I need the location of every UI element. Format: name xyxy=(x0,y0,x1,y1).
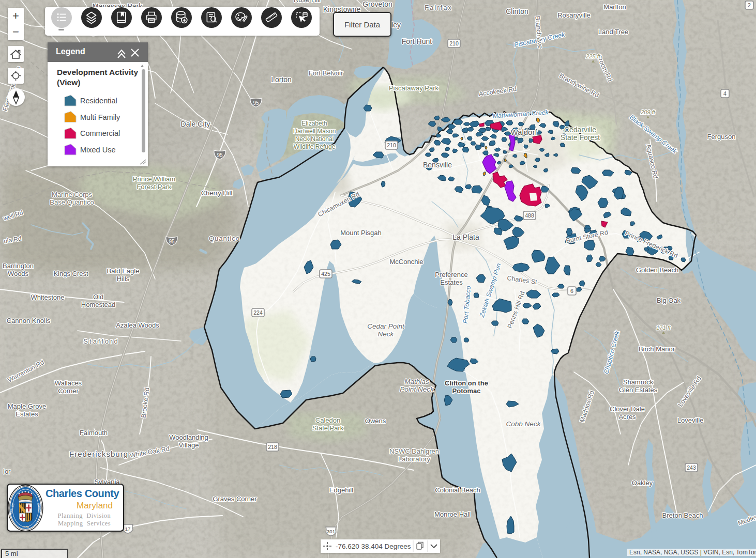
svg-text:Shamrock: Shamrock xyxy=(623,378,654,386)
svg-text:ley: ley xyxy=(391,21,401,29)
svg-text:224: 224 xyxy=(253,309,263,316)
svg-text:Wallaces: Wallaces xyxy=(55,379,82,387)
svg-text:Hills: Hills xyxy=(117,275,130,283)
svg-text:Monroe Hall: Monroe Hall xyxy=(434,510,471,518)
svg-text:Marine Corps: Marine Corps xyxy=(52,191,93,198)
svg-text:Cedarville: Cedarville xyxy=(564,126,596,134)
svg-text:95: 95 xyxy=(253,100,259,106)
svg-text:Commercial: Commercial xyxy=(80,129,120,137)
svg-text:Hartwell Mason: Hartwell Mason xyxy=(293,128,336,135)
svg-text:Fort Hunt: Fort Hunt xyxy=(402,37,432,45)
svg-text:218: 218 xyxy=(268,444,277,450)
svg-text:Big Oak: Big Oak xyxy=(657,297,681,304)
svg-text:Land Tree: Land Tree xyxy=(598,28,629,36)
svg-text:Birch Manor: Birch Manor xyxy=(639,345,675,353)
svg-text:95: 95 xyxy=(217,152,223,158)
svg-text:Fairfax: Fairfax xyxy=(425,4,452,11)
svg-text:McConchie: McConchie xyxy=(389,258,423,266)
svg-text:Preference: Preference xyxy=(435,271,468,278)
svg-text:-76.620 38.404 Degrees: -76.620 38.404 Degrees xyxy=(336,542,411,550)
svg-text:Point Neck: Point Neck xyxy=(400,385,434,393)
svg-text:State Park: State Park xyxy=(312,424,344,432)
svg-text:Mount Pisgah: Mount Pisgah xyxy=(340,229,382,237)
svg-text:Kings Crest: Kings Crest xyxy=(53,270,88,277)
svg-text:Whitestone: Whitestone xyxy=(31,293,64,301)
svg-text:Stafford: Stafford xyxy=(83,337,119,345)
svg-text:Homestead: Homestead xyxy=(81,301,115,308)
svg-text:Clinton: Clinton xyxy=(506,7,528,16)
svg-text:NSWC Dahlgren: NSWC Dahlgren xyxy=(389,447,439,455)
svg-text:Estates: Estates xyxy=(440,278,463,286)
svg-text:301: 301 xyxy=(327,529,335,534)
svg-text:Neck National: Neck National xyxy=(295,135,334,143)
svg-text:Old: Old xyxy=(93,293,103,301)
svg-text:Ferguson: Ferguson xyxy=(707,133,736,141)
svg-text:171 ft: 171 ft xyxy=(656,324,671,331)
svg-text:Wildlife Refuge: Wildlife Refuge xyxy=(294,143,336,150)
svg-text:Loveville: Loveville xyxy=(677,416,704,424)
svg-text:Dale City: Dale City xyxy=(181,120,210,128)
svg-text:La Plata: La Plata xyxy=(452,233,479,241)
svg-text:Cannon Knolls: Cannon Knolls xyxy=(7,317,51,324)
svg-text:Rosaryville: Rosaryville xyxy=(557,11,591,19)
svg-text:Lorton: Lorton xyxy=(271,75,292,84)
svg-text:Mathias: Mathias xyxy=(404,378,429,385)
svg-text:Estates: Estates xyxy=(16,410,38,418)
svg-text:Fredericksburg: Fredericksburg xyxy=(69,450,128,458)
svg-text:Cherry Hill: Cherry Hill xyxy=(201,189,233,197)
svg-text:Edgehill: Edgehill xyxy=(329,486,353,494)
svg-text:Rose Hill: Rose Hill xyxy=(294,0,321,4)
svg-text:Clifton on the: Clifton on the xyxy=(445,379,488,387)
svg-text:Corner: Corner xyxy=(58,387,79,395)
svg-text:Oakley: Oakley xyxy=(632,479,653,487)
svg-text:Forest Park: Forest Park xyxy=(137,183,172,191)
svg-text:Multi Family: Multi Family xyxy=(80,113,120,121)
svg-text:243: 243 xyxy=(687,464,696,471)
svg-text:Residential: Residential xyxy=(80,97,117,105)
svg-text:Cedar Point: Cedar Point xyxy=(367,322,405,330)
svg-text:Elizabeth: Elizabeth xyxy=(301,120,327,127)
svg-text:225 ft: 225 ft xyxy=(585,53,600,59)
svg-text:Cobb Neck: Cobb Neck xyxy=(506,420,541,428)
svg-text:Glen Estates: Glen Estates xyxy=(619,386,658,394)
svg-text:lor: lor xyxy=(3,468,11,475)
svg-text:Owens: Owens xyxy=(365,417,386,425)
svg-text:210: 210 xyxy=(387,142,396,148)
svg-text:Bald Eagle: Bald Eagle xyxy=(107,267,140,275)
svg-text:Fort Belvoir: Fort Belvoir xyxy=(309,69,343,77)
svg-text:Mixed Use: Mixed Use xyxy=(80,146,116,154)
svg-text:209 ft: 209 ft xyxy=(640,109,655,115)
svg-text:Potomac: Potomac xyxy=(452,387,481,395)
svg-text:6: 6 xyxy=(570,288,573,294)
svg-text:Bensville: Bensville xyxy=(423,161,452,169)
svg-text:Acres: Acres xyxy=(618,413,636,421)
svg-text:Caledon: Caledon xyxy=(315,416,340,424)
svg-text:1658: 1658 xyxy=(22,525,29,529)
svg-text:Colonial Beach: Colonial Beach xyxy=(435,486,480,494)
svg-text:Barrington: Barrington xyxy=(3,262,34,270)
svg-text:210: 210 xyxy=(449,40,459,47)
svg-text:Azalea Woods: Azalea Woods xyxy=(116,321,159,329)
svg-text:State Forest: State Forest xyxy=(561,133,600,142)
svg-text:17: 17 xyxy=(125,526,131,532)
svg-text:Graves Corner: Graves Corner xyxy=(213,495,257,503)
svg-text:Golden Beach: Golden Beach xyxy=(636,266,678,274)
svg-text:Piscataway Park: Piscataway Park xyxy=(389,84,439,92)
svg-text:488: 488 xyxy=(525,212,534,219)
svg-text:Clover Dale: Clover Dale xyxy=(610,405,645,413)
svg-text:Neck: Neck xyxy=(378,330,395,338)
svg-text:4: 4 xyxy=(723,90,727,97)
svg-text:Base Quantico: Base Quantico xyxy=(50,198,94,206)
svg-text:Woodlanding: Woodlanding xyxy=(169,433,208,441)
svg-text:Woods: Woods xyxy=(8,270,29,277)
svg-text:95: 95 xyxy=(169,239,175,244)
svg-text:Village: Village xyxy=(179,441,199,449)
svg-text:Groveton: Groveton xyxy=(362,0,392,8)
svg-text:Waldorf: Waldorf xyxy=(510,128,537,136)
svg-text:425: 425 xyxy=(321,271,330,277)
svg-text:Falmouth: Falmouth xyxy=(80,429,108,437)
svg-text:Quantico: Quantico xyxy=(209,235,240,242)
svg-text:Maple Grove: Maple Grove xyxy=(8,402,46,410)
svg-text:Breton Beach: Breton Beach xyxy=(662,512,703,519)
svg-text:Laboratory: Laboratory xyxy=(398,455,431,463)
